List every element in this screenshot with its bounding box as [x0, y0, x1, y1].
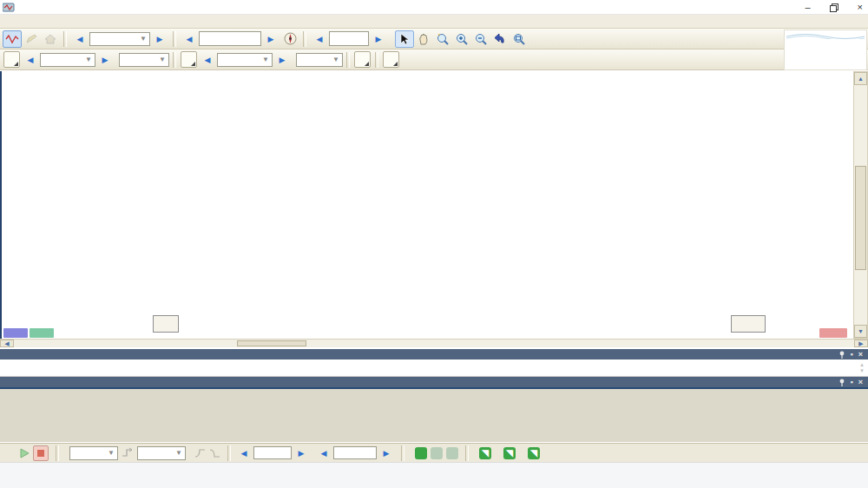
chevron-down-icon: ▼ [262, 56, 269, 63]
waveform-plot[interactable] [0, 71, 853, 347]
chevron-down-icon: ▼ [140, 35, 147, 43]
horizontal-scroll-thumb[interactable] [237, 340, 306, 346]
windows-taskbar: x64 [0, 462, 868, 488]
home-button[interactable] [41, 30, 60, 48]
collapse-icon[interactable]: ▪ [851, 350, 853, 359]
view-next-button[interactable]: ▶ [150, 30, 169, 48]
channel-b-scale-badge[interactable] [819, 328, 847, 338]
play-icon[interactable] [19, 448, 30, 458]
remove-measurement-button[interactable] [431, 447, 443, 459]
pan-tool-button[interactable] [414, 30, 433, 48]
channel-a-coupling-select[interactable]: ▼ [119, 53, 169, 67]
menu-bar [0, 15, 868, 29]
zoom-out-button[interactable] [471, 30, 490, 48]
restore-button[interactable] [830, 3, 838, 12]
ruler-label-0[interactable] [153, 315, 179, 333]
view-selector[interactable]: ▼ [89, 32, 150, 46]
channel-d-button[interactable] [383, 51, 399, 68]
scope-display[interactable]: ▲ ▼ ◀ ▶ [0, 71, 868, 347]
channel-b-range-down[interactable]: ◀ [198, 51, 217, 69]
left-arrow-icon: ◀ [201, 56, 214, 64]
page-next-button[interactable]: ▶ [261, 30, 280, 48]
navigator-button[interactable] [280, 30, 299, 48]
ruler-label-720[interactable] [731, 315, 766, 333]
edit-measurement-button[interactable] [446, 447, 458, 459]
horizontal-scrollbar[interactable]: ◀ ▶ [0, 339, 868, 347]
left-arrow-icon: ◀ [313, 35, 326, 43]
app-icon [3, 2, 15, 12]
close-icon[interactable]: × [858, 350, 863, 359]
chevron-down-icon: ▼ [332, 56, 339, 63]
channel-a-scale-badge[interactable] [3, 328, 28, 338]
undo-arrow-icon [494, 33, 506, 44]
add-measurement-button[interactable] [415, 447, 427, 459]
page-prev-button[interactable]: ◀ [180, 30, 199, 48]
left-arrow-icon[interactable]: ◀ [238, 449, 250, 458]
channel-b-range-select[interactable]: ▼ [217, 53, 273, 67]
pretrigger-field[interactable] [333, 446, 377, 459]
trigger-mode-select[interactable]: ▼ [69, 446, 118, 460]
edit-button[interactable] [22, 30, 41, 48]
collapse-icon[interactable]: ▪ [851, 378, 853, 386]
channel-labels-toggle-button[interactable]: ◥ [528, 447, 540, 459]
channel-a-button[interactable] [3, 51, 20, 68]
scroll-left-button[interactable]: ◀ [0, 340, 14, 347]
zoom-in-step-button[interactable]: ▶ [369, 30, 388, 48]
right-arrow-icon: ▶ [372, 35, 385, 43]
scroll-up-button[interactable]: ▲ [854, 72, 867, 85]
pencil-icon [25, 34, 37, 44]
channel-c-button[interactable] [354, 51, 371, 68]
title-bar: – × [0, 0, 868, 15]
notes-text-area[interactable]: ▲▼ [0, 359, 868, 377]
corner-triangle-icon [365, 62, 369, 66]
trigger-source-select[interactable]: ▼ [137, 446, 186, 460]
left-arrow-icon[interactable]: ◀ [318, 449, 330, 458]
channel-c-scale-badge[interactable] [30, 328, 54, 338]
stop-button[interactable] [33, 445, 49, 461]
right-arrow-icon[interactable]: ▶ [380, 449, 392, 458]
waveform-view-button[interactable] [3, 30, 22, 48]
main-toolbar: ◀ ▼ ▶ ◀ ▶ ◀ ▶ [0, 29, 868, 49]
corner-triangle-icon [191, 62, 195, 66]
trigger-edge-icon[interactable] [122, 447, 134, 458]
channel-toolbar: ◀ ▼ ▶ ▼ ◀ ▼ ▶ ▼ [0, 49, 868, 70]
zoom-out-icon [475, 33, 488, 45]
zoom-overview-icon [513, 33, 526, 45]
falling-edge-icon[interactable] [209, 448, 220, 458]
zoom-in-button[interactable] [452, 30, 471, 48]
close-icon[interactable]: × [858, 378, 863, 386]
channel-a-range-down[interactable]: ◀ [21, 51, 40, 69]
page-indicator[interactable] [199, 31, 261, 46]
stop-icon [37, 450, 44, 457]
scroll-right-button[interactable]: ▶ [854, 340, 868, 347]
close-button[interactable]: × [858, 3, 863, 12]
zoom-overview-button[interactable] [510, 30, 529, 48]
channel-b-coupling-select[interactable]: ▼ [296, 53, 343, 67]
notes-scroll-arrows[interactable]: ▲▼ [859, 362, 865, 374]
rulers-toggle-button[interactable]: ◥ [479, 447, 491, 459]
waveform-icon [5, 34, 19, 44]
pin-icon[interactable] [838, 379, 845, 386]
rising-edge-icon[interactable] [194, 448, 206, 458]
pin-icon[interactable] [838, 351, 845, 359]
channel-a-range-up[interactable]: ▶ [95, 51, 115, 69]
channel-b-range-up[interactable]: ▶ [273, 51, 292, 69]
undo-zoom-button[interactable] [490, 30, 510, 48]
scroll-down-button[interactable]: ▼ [854, 325, 867, 338]
channel-a-range-select[interactable]: ▼ [40, 53, 95, 67]
minimize-button[interactable]: – [805, 3, 810, 12]
right-arrow-icon[interactable]: ▶ [295, 449, 307, 458]
trigger-threshold-field[interactable] [253, 446, 292, 459]
zoom-out-step-button[interactable]: ◀ [310, 30, 329, 48]
channel-b-button[interactable] [181, 51, 197, 68]
notes-header[interactable]: ▪ × [0, 349, 868, 359]
notes-toggle-button[interactable]: ◥ [503, 447, 516, 459]
view-prev-button[interactable]: ◀ [70, 30, 89, 48]
select-tool-button[interactable] [395, 30, 414, 48]
vertical-scrollbar[interactable]: ▲ ▼ [853, 71, 868, 339]
vertical-scroll-thumb[interactable] [855, 166, 866, 270]
left-arrow-icon: ◀ [74, 35, 86, 43]
zoom-factor[interactable] [329, 31, 369, 46]
channel-labels-header[interactable]: ▪ × [0, 377, 868, 387]
marquee-zoom-button[interactable] [433, 30, 452, 48]
